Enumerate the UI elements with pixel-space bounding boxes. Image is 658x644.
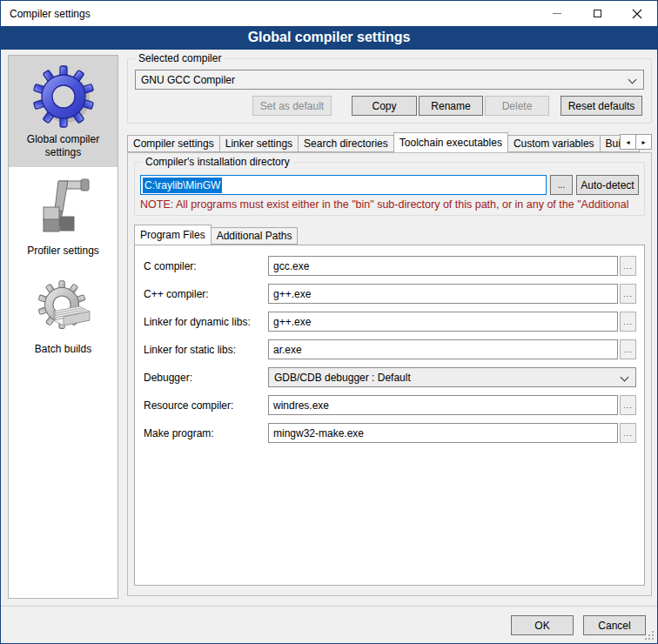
arrow-left-icon[interactable]: ◂ bbox=[620, 134, 636, 150]
sidebar-item-label: Global compiler settings bbox=[12, 133, 114, 159]
field-label: Debugger: bbox=[144, 372, 268, 384]
selected-path-text: C:\raylib\MinGW bbox=[143, 178, 222, 193]
arrow-right-icon[interactable]: ▸ bbox=[635, 134, 652, 150]
sidebar-item-global-compiler-settings[interactable]: Global compiler settings bbox=[9, 56, 118, 167]
field-label: C compiler: bbox=[144, 260, 268, 272]
installation-directory-input[interactable]: C:\raylib\MinGW bbox=[140, 175, 547, 195]
sidebar-item-label: Profiler settings bbox=[27, 245, 99, 258]
ok-button[interactable]: OK bbox=[511, 615, 574, 635]
titlebar: Compiler settings bbox=[1, 1, 657, 26]
tab-program-files[interactable]: Program Files bbox=[134, 225, 212, 245]
group-label: Compiler's installation directory bbox=[142, 156, 293, 168]
input-value: g++.exe bbox=[273, 316, 311, 328]
input-value: mingw32-make.exe bbox=[273, 427, 364, 439]
c-compiler-input[interactable]: gcc.exe bbox=[268, 256, 618, 276]
input-value: gcc.exe bbox=[273, 260, 309, 272]
chevron-down-icon bbox=[628, 76, 637, 84]
field-row-cpp-compiler: C++ compiler: g++.exe ... bbox=[144, 284, 636, 304]
cancel-button[interactable]: Cancel bbox=[583, 615, 646, 635]
browse-directory-button[interactable]: ... bbox=[550, 175, 573, 195]
program-files-tabstrip: Program Files Additional Paths bbox=[134, 224, 645, 245]
cpp-compiler-input[interactable]: g++.exe bbox=[268, 284, 618, 304]
compiler-select-value: GNU GCC Compiler bbox=[141, 74, 235, 86]
dialog-content: Global compiler settings Profiler settin… bbox=[1, 50, 657, 606]
browse-button[interactable]: ... bbox=[620, 284, 636, 304]
field-row-debugger: Debugger: GDB/CDB debugger : Default bbox=[144, 367, 636, 387]
selected-compiler-group: Selected compiler GNU GCC Compiler Set a… bbox=[127, 58, 652, 124]
browse-button[interactable]: ... bbox=[620, 339, 636, 359]
field-label: Linker for dynamic libs: bbox=[144, 316, 268, 328]
compiler-select[interactable]: GNU GCC Compiler bbox=[135, 70, 644, 90]
field-row-resource-compiler: Resource compiler: windres.exe ... bbox=[144, 395, 636, 415]
tab-compiler-settings[interactable]: Compiler settings bbox=[127, 135, 220, 152]
dialog-banner: Global compiler settings bbox=[1, 26, 657, 50]
sidebar-item-batch-builds[interactable]: Batch builds bbox=[9, 265, 118, 364]
field-row-linker-static: Linker for static libs: ar.exe ... bbox=[144, 339, 636, 359]
settings-tabstrip: Compiler settings Linker settings Search… bbox=[127, 131, 652, 152]
maximize-button[interactable] bbox=[577, 1, 617, 26]
browse-button[interactable]: ... bbox=[620, 256, 636, 276]
compiler-buttons-row: Set as default Copy Rename Delete Reset … bbox=[135, 96, 644, 116]
minimize-icon bbox=[553, 13, 561, 14]
gray-gear-stack-icon bbox=[32, 275, 95, 338]
linker-static-input[interactable]: ar.exe bbox=[268, 339, 618, 359]
field-label: Resource compiler: bbox=[144, 399, 268, 412]
resource-compiler-input[interactable]: windres.exe bbox=[268, 395, 618, 415]
tab-additional-paths[interactable]: Additional Paths bbox=[211, 227, 299, 245]
input-value: ar.exe bbox=[273, 344, 302, 356]
linker-dynamic-input[interactable]: g++.exe bbox=[268, 312, 618, 332]
installation-directory-group: Compiler's installation directory C:\ray… bbox=[134, 162, 645, 216]
program-files-page: C compiler: gcc.exe ... C++ compiler: g+… bbox=[134, 245, 645, 586]
group-label: Selected compiler bbox=[135, 52, 225, 64]
resize-grip[interactable] bbox=[652, 638, 654, 640]
tab-toolchain-executables[interactable]: Toolchain executables bbox=[393, 132, 508, 152]
tab-search-directories[interactable]: Search directories bbox=[298, 135, 394, 152]
rename-button[interactable]: Rename bbox=[419, 96, 483, 116]
chevron-down-icon bbox=[621, 373, 629, 382]
blue-gear-icon bbox=[32, 65, 95, 128]
close-icon bbox=[632, 9, 642, 19]
installation-directory-row: C:\raylib\MinGW ... Auto-detect bbox=[140, 175, 639, 195]
dialog-footer: OK Cancel bbox=[1, 606, 657, 643]
auto-detect-button[interactable]: Auto-detect bbox=[576, 175, 639, 195]
set-as-default-button[interactable]: Set as default bbox=[252, 96, 332, 116]
field-row-make-program: Make program: mingw32-make.exe ... bbox=[144, 423, 636, 443]
tab-custom-variables[interactable]: Custom variables bbox=[507, 135, 601, 152]
reset-defaults-button[interactable]: Reset defaults bbox=[561, 96, 642, 116]
copy-button[interactable]: Copy bbox=[352, 96, 417, 116]
toolchain-executables-page: Compiler's installation directory C:\ray… bbox=[127, 152, 652, 596]
sidebar-item-label: Batch builds bbox=[35, 343, 91, 356]
field-label: Make program: bbox=[144, 427, 268, 439]
debugger-select[interactable]: GDB/CDB debugger : Default bbox=[268, 367, 636, 387]
bin-subdirectory-note: NOTE: All programs must exist either in … bbox=[140, 198, 639, 211]
delete-button[interactable]: Delete bbox=[485, 96, 549, 116]
field-row-linker-dynamic: Linker for dynamic libs: g++.exe ... bbox=[144, 312, 636, 332]
input-value: g++.exe bbox=[273, 288, 311, 300]
category-sidebar: Global compiler settings Profiler settin… bbox=[8, 55, 118, 599]
main-panel: Selected compiler GNU GCC Compiler Set a… bbox=[127, 50, 652, 596]
tab-linker-settings[interactable]: Linker settings bbox=[219, 135, 299, 152]
select-value: GDB/CDB debugger : Default bbox=[274, 372, 411, 384]
maximize-icon bbox=[594, 10, 601, 17]
browse-button[interactable]: ... bbox=[620, 395, 636, 415]
sidebar-item-profiler-settings[interactable]: Profiler settings bbox=[9, 167, 118, 265]
compiler-settings-dialog: Compiler settings Global compiler settin… bbox=[0, 0, 658, 644]
field-label: Linker for static libs: bbox=[144, 344, 268, 356]
window-title: Compiler settings bbox=[1, 8, 537, 20]
tab-scroll-buttons: ◂ ▸ bbox=[621, 134, 652, 150]
make-program-input[interactable]: mingw32-make.exe bbox=[268, 423, 618, 443]
minimize-button[interactable] bbox=[537, 1, 577, 26]
input-value: windres.exe bbox=[273, 399, 329, 412]
field-label: C++ compiler: bbox=[144, 288, 268, 300]
field-row-c-compiler: C compiler: gcc.exe ... bbox=[144, 256, 636, 276]
caliper-profiler-icon bbox=[32, 177, 95, 239]
browse-button[interactable]: ... bbox=[620, 423, 636, 443]
browse-button[interactable]: ... bbox=[620, 312, 636, 332]
close-button[interactable] bbox=[617, 1, 657, 26]
